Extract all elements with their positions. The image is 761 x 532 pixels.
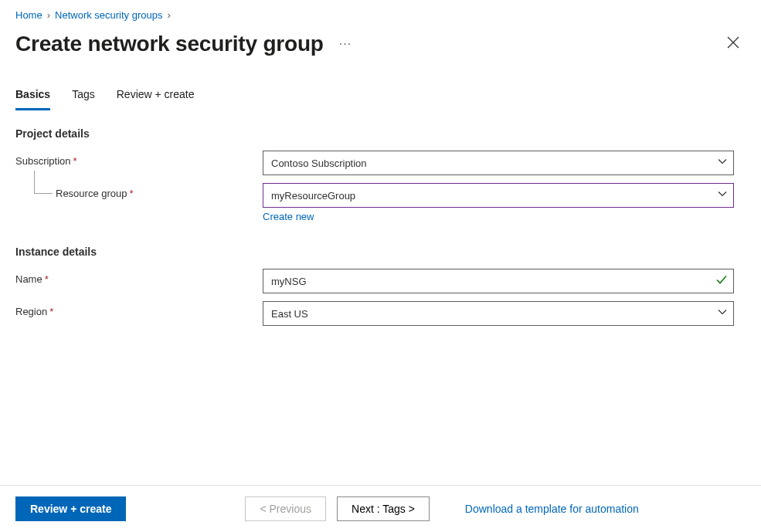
check-icon: [716, 275, 727, 288]
create-new-link[interactable]: Create new: [263, 211, 314, 222]
page-header: Create network security group ···: [0, 27, 761, 57]
breadcrumb-nsg[interactable]: Network security groups: [55, 9, 162, 21]
label-subscription: Subscription: [15, 155, 71, 167]
label-resource-group: Resource group: [56, 188, 127, 199]
subscription-value: Contoso Subscription: [271, 158, 367, 169]
row-subscription: Subscription * Contoso Subscription: [0, 149, 761, 181]
chevron-right-icon: ›: [167, 9, 170, 21]
download-template-link[interactable]: Download a template for automation: [465, 503, 639, 515]
chevron-down-icon: [718, 190, 727, 202]
section-project-details: Project details: [0, 110, 761, 149]
tab-bar: Basics Tags Review + create: [0, 57, 761, 110]
region-value: East US: [271, 308, 308, 320]
label-region: Region: [15, 306, 47, 317]
previous-button: < Previous: [245, 496, 326, 521]
chevron-down-icon: [718, 158, 727, 169]
resource-group-value: myResourceGroup: [271, 190, 355, 202]
tab-review-create[interactable]: Review + create: [117, 88, 195, 110]
row-region: Region * East US: [0, 300, 761, 332]
more-actions-icon[interactable]: ···: [335, 37, 356, 51]
footer-bar: Review + create < Previous Next : Tags >…: [0, 485, 761, 532]
tab-basics[interactable]: Basics: [15, 88, 50, 110]
chevron-right-icon: ›: [47, 9, 50, 21]
subscription-select[interactable]: Contoso Subscription: [263, 151, 734, 175]
section-instance-details: Instance details: [0, 229, 761, 267]
page-title: Create network security group: [15, 32, 324, 56]
region-select[interactable]: East US: [263, 301, 734, 326]
resource-group-select[interactable]: myResourceGroup: [263, 183, 734, 208]
required-icon: *: [130, 188, 134, 199]
name-value: myNSG: [271, 276, 307, 287]
name-field[interactable]: myNSG: [263, 269, 734, 293]
tab-tags[interactable]: Tags: [72, 88, 95, 110]
breadcrumb-home[interactable]: Home: [15, 9, 42, 21]
chevron-down-icon: [718, 308, 727, 320]
row-name: Name * myNSG: [0, 267, 761, 300]
close-icon[interactable]: [721, 30, 746, 57]
required-icon: *: [73, 155, 77, 167]
row-resource-group: Resource group * myResourceGroup Create …: [0, 181, 761, 229]
next-button[interactable]: Next : Tags >: [337, 496, 430, 521]
indent-bracket-icon: [34, 171, 53, 194]
label-name: Name: [15, 273, 42, 285]
required-icon: *: [49, 306, 53, 317]
required-icon: *: [45, 273, 49, 285]
breadcrumb: Home › Network security groups ›: [0, 0, 761, 27]
review-create-button[interactable]: Review + create: [15, 496, 126, 521]
